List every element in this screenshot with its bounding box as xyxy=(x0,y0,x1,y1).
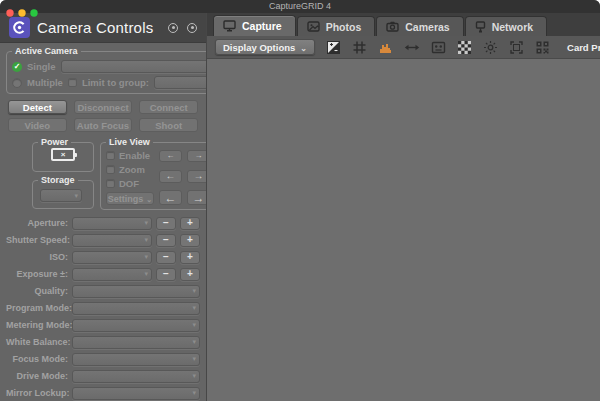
mirror-lockup-row: Mirror Lockup: xyxy=(6,386,200,400)
focus-near-medium-button[interactable]: ← xyxy=(159,170,182,183)
tab-photos[interactable]: Photos xyxy=(297,16,376,36)
multiple-radio[interactable] xyxy=(12,78,22,88)
iso-decrease-button[interactable]: − xyxy=(156,251,176,264)
photos-icon xyxy=(307,21,320,32)
limit-to-group-label: Limit to group: xyxy=(82,77,149,88)
capture-content-area xyxy=(207,59,600,401)
drive-mode-dropdown[interactable] xyxy=(72,370,200,383)
shutter-speed-increase-button[interactable]: + xyxy=(180,234,200,247)
shutter-speed-decrease-button[interactable]: − xyxy=(156,234,176,247)
fit-width-icon[interactable] xyxy=(404,39,420,55)
auto-focus-button[interactable]: Auto Focus xyxy=(74,118,133,132)
drive-mode-label: Drive Mode: xyxy=(6,371,68,381)
live-view-settings-button[interactable]: Settings⌄ xyxy=(106,192,154,205)
display-options-button[interactable]: Display Options ⌄ xyxy=(215,39,315,55)
active-camera-group: Active Camera ✓ Single Multiple Limit to… xyxy=(6,46,206,94)
focus-far-small-button[interactable]: → xyxy=(187,150,206,162)
white-balance-row: White Balance: xyxy=(6,335,200,349)
exposure-adjust-icon[interactable] xyxy=(326,39,341,55)
panel-title: Camera Controls xyxy=(37,19,153,36)
crop-frame-icon[interactable] xyxy=(509,39,524,55)
focus-mode-label: Focus Mode: xyxy=(6,354,68,364)
live-view-dof-checkbox[interactable] xyxy=(106,179,115,188)
grid-overlay-icon[interactable] xyxy=(352,39,367,55)
brightness-icon[interactable] xyxy=(483,39,498,55)
disconnect-button[interactable]: Disconnect xyxy=(74,100,133,114)
detect-button[interactable]: Detect xyxy=(8,100,67,114)
app-window: CaptureGRID 4 Camera Controls xyxy=(0,0,600,401)
single-radio[interactable]: ✓ xyxy=(12,62,22,72)
traffic-lights xyxy=(6,3,38,11)
gear-icon[interactable] xyxy=(187,23,197,33)
quality-dropdown[interactable] xyxy=(72,285,200,298)
close-window-button[interactable] xyxy=(6,3,14,11)
group-dropdown[interactable] xyxy=(154,76,206,89)
shutter-speed-dropdown[interactable] xyxy=(72,234,152,247)
focus-far-medium-button[interactable]: → xyxy=(187,170,206,183)
program-mode-row: Program Mode: xyxy=(6,301,200,315)
aperture-increase-button[interactable]: + xyxy=(180,217,200,230)
panel-body: Active Camera ✓ Single Multiple Limit to… xyxy=(0,43,206,401)
zoom-window-button[interactable] xyxy=(30,3,38,11)
iso-label: ISO: xyxy=(6,252,68,262)
storage-group: Storage xyxy=(32,175,94,209)
tab-cameras[interactable]: Cameras xyxy=(376,16,463,36)
camera-controls-panel: Camera Controls Active Camera ✓ Single xyxy=(0,13,207,401)
tab-network[interactable]: Network xyxy=(465,16,547,36)
metering-mode-label: Metering Mode: xyxy=(6,320,68,330)
shutter-speed-label: Shutter Speed: xyxy=(6,235,68,245)
white-balance-label: White Balance: xyxy=(6,337,68,347)
capture-panel: Capture Photos Cameras xyxy=(207,13,600,401)
storage-legend: Storage xyxy=(38,175,78,185)
minimize-window-button[interactable] xyxy=(18,3,26,11)
live-view-enable-checkbox[interactable] xyxy=(106,151,115,160)
limit-to-group-checkbox[interactable] xyxy=(68,78,77,87)
zoom-label: Zoom xyxy=(119,164,145,175)
iso-increase-button[interactable]: + xyxy=(180,251,200,264)
active-camera-legend: Active Camera xyxy=(12,46,81,56)
live-view-legend: Live View xyxy=(106,137,153,147)
exposure-increase-button[interactable]: + xyxy=(180,268,200,281)
dof-label: DOF xyxy=(119,178,139,189)
camera-icon xyxy=(386,21,399,32)
exposure-dropdown[interactable] xyxy=(72,268,152,281)
app-logo-icon xyxy=(9,17,30,38)
drive-mode-row: Drive Mode: xyxy=(6,369,200,383)
multiple-label: Multiple xyxy=(27,77,63,88)
white-balance-dropdown[interactable] xyxy=(72,336,200,349)
gear-icon[interactable] xyxy=(168,23,178,33)
aperture-dropdown[interactable] xyxy=(72,217,152,230)
single-camera-dropdown[interactable] xyxy=(61,60,206,73)
exposure-row: Exposure ±: − + xyxy=(6,267,200,281)
iso-row: ISO: − + xyxy=(6,250,200,264)
quality-row: Quality: xyxy=(6,284,200,298)
storage-dropdown[interactable] xyxy=(40,189,82,202)
focus-far-large-button[interactable]: → xyxy=(187,190,206,205)
focus-mask-icon[interactable] xyxy=(431,39,446,55)
metering-mode-dropdown[interactable] xyxy=(72,319,200,332)
focus-mode-dropdown[interactable] xyxy=(72,353,200,366)
chevron-down-icon: ⌄ xyxy=(146,196,152,204)
exposure-decrease-button[interactable]: − xyxy=(156,268,176,281)
titlebar: CaptureGRID 4 xyxy=(0,0,600,13)
tab-capture[interactable]: Capture xyxy=(213,15,296,36)
aperture-row: Aperture: − + xyxy=(6,216,200,230)
aperture-decrease-button[interactable]: − xyxy=(156,217,176,230)
mirror-lockup-dropdown[interactable] xyxy=(72,387,200,400)
live-view-zoom-checkbox[interactable] xyxy=(106,165,115,174)
connect-button[interactable]: Connect xyxy=(139,100,198,114)
network-icon xyxy=(475,21,486,33)
program-mode-dropdown[interactable] xyxy=(72,302,200,315)
shutter-speed-row: Shutter Speed: − + xyxy=(6,233,200,247)
focus-near-large-button[interactable]: ← xyxy=(159,190,182,205)
checker-pattern-icon[interactable] xyxy=(457,39,472,55)
video-button[interactable]: Video xyxy=(8,118,67,132)
shoot-button[interactable]: Shoot xyxy=(139,118,198,132)
aperture-label: Aperture: xyxy=(6,218,68,228)
iso-dropdown[interactable] xyxy=(72,251,152,264)
tab-bar: Capture Photos Cameras xyxy=(207,13,600,36)
histogram-icon[interactable] xyxy=(378,39,393,55)
display-icon xyxy=(223,20,236,32)
qr-code-icon[interactable] xyxy=(535,39,550,55)
focus-near-small-button[interactable]: ← xyxy=(159,150,182,162)
